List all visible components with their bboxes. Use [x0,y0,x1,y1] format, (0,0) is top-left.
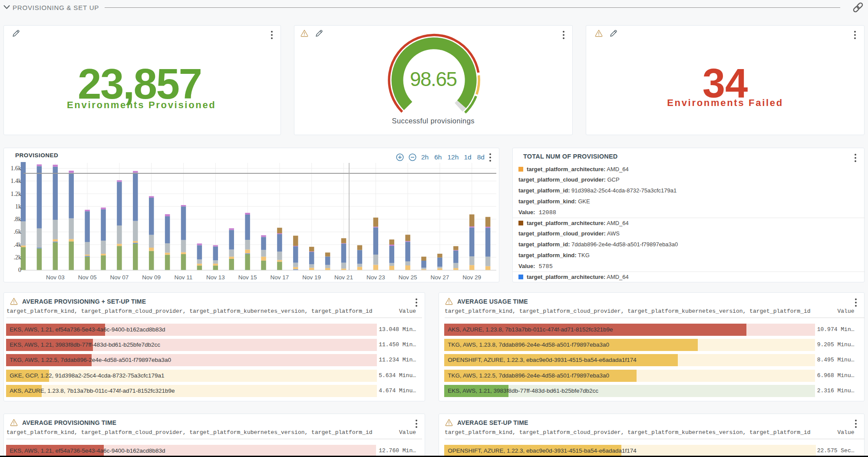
svg-text:Nov 29: Nov 29 [462,274,481,281]
svg-text:.8k: .8k [14,216,22,222]
svg-text:1.2k: 1.2k [11,191,22,197]
svg-text:Nov 15: Nov 15 [238,274,257,281]
svg-text:0: 0 [18,267,21,273]
svg-text:Nov 25: Nov 25 [399,274,417,281]
svg-text:Nov 11: Nov 11 [175,274,193,281]
svg-text:Nov 27: Nov 27 [431,274,449,281]
svg-text:Nov 21: Nov 21 [334,274,353,281]
svg-text:Nov 19: Nov 19 [302,274,321,281]
svg-text:Nov 13: Nov 13 [206,274,225,281]
svg-text:1.6k: 1.6k [11,165,22,172]
svg-text:Nov 17: Nov 17 [271,274,289,281]
svg-text:.6k: .6k [14,228,22,235]
svg-text:1.4k: 1.4k [11,178,22,184]
svg-text:Nov 03: Nov 03 [46,274,65,281]
svg-text:.2k: .2k [14,254,22,261]
svg-text:Nov 07: Nov 07 [110,274,129,281]
svg-text:Nov 05: Nov 05 [78,274,97,281]
svg-text:1k: 1k [15,203,21,210]
svg-text:Nov 23: Nov 23 [366,274,385,281]
svg-text:Nov 09: Nov 09 [142,274,161,281]
svg-text:.4k: .4k [14,242,22,248]
